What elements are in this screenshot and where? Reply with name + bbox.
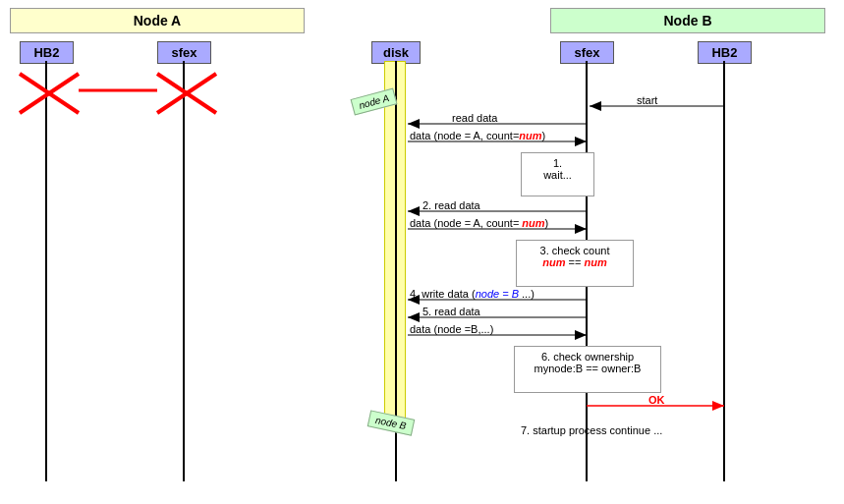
svg-marker-17 (408, 206, 420, 216)
label-data-1: data (node = A, count=num) (410, 130, 545, 141)
wait-box-text: 1.wait... (530, 157, 586, 181)
svg-line-8 (157, 74, 216, 113)
label-read-data-3: 5. read data (422, 306, 480, 317)
svg-marker-27 (712, 401, 724, 411)
actor-sfex-b: sfex (560, 41, 614, 64)
flag-node-b: node B (367, 410, 415, 435)
label-startup: 7. startup process continue ... (521, 424, 662, 436)
label-read-data-2: 2. read data (422, 199, 480, 211)
svg-marker-15 (575, 137, 587, 146)
label-write-data: 4. write data (node = B ...) (410, 288, 535, 300)
svg-line-5 (20, 74, 79, 113)
node-b-header: Node B (550, 8, 825, 33)
svg-line-6 (20, 74, 79, 113)
svg-marker-25 (575, 330, 587, 340)
wait-box: 1.wait... (521, 152, 594, 196)
check-count-text: 3. check count (525, 245, 625, 256)
actor-hb2-b: HB2 (698, 41, 752, 64)
svg-line-7 (157, 74, 216, 113)
label-ok: OK (648, 394, 665, 406)
label-data-2: data (node = A, count= num) (410, 217, 548, 229)
check-ownership-expr: mynode:B == owner:B (523, 363, 652, 374)
actor-sfex-a: sfex (157, 41, 211, 64)
svg-marker-19 (575, 224, 587, 234)
svg-marker-23 (408, 312, 420, 322)
arrows-svg (0, 0, 844, 504)
diagram-container: Node A Node B HB2 sfex disk sfex HB2 (0, 0, 844, 504)
check-ownership-text: 6. check ownership (523, 351, 652, 363)
svg-marker-13 (408, 119, 420, 129)
node-a-header: Node A (10, 8, 305, 33)
disk-column (384, 61, 406, 424)
label-data-3: data (node =B,...) (410, 323, 493, 335)
check-count-box: 3. check count num == num (516, 240, 634, 287)
label-read-data-1: read data (452, 112, 497, 124)
check-count-expr: num == num (525, 256, 625, 268)
label-start: start (637, 94, 657, 106)
svg-marker-11 (590, 101, 601, 111)
actor-hb2-a: HB2 (20, 41, 74, 64)
check-ownership-box: 6. check ownership mynode:B == owner:B (514, 346, 661, 393)
